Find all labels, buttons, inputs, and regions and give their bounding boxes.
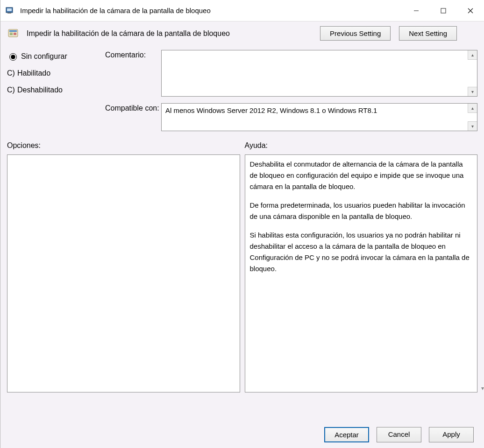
supported-value: Al menos Windows Server 2012 R2, Windows… (165, 106, 377, 114)
svg-rect-2 (7, 13, 11, 14)
svg-rect-8 (9, 30, 17, 32)
radio-disabled[interactable]: C) Deshabilitado (7, 86, 91, 94)
ok-button[interactable]: Aceptar (324, 427, 369, 442)
lower-panels: Opciones: Ayuda: Deshabilita el conmutad… (0, 131, 484, 392)
help-paragraph-3: Si habilitas esta configuración, los usu… (250, 230, 473, 274)
comment-textbox[interactable]: ▴ ▾ (161, 50, 477, 97)
close-button[interactable] (457, 0, 484, 21)
apply-button[interactable]: Apply (429, 427, 474, 442)
help-paragraph-2: De forma predeterminada, los usuarios pu… (250, 200, 473, 222)
radio-disabled-label: Deshabilitado (17, 86, 63, 94)
titlebar: Impedir la habilitación de la cámara de … (0, 0, 484, 21)
app-icon (4, 5, 15, 16)
state-radio-group: Sin configurar C) Habilitado C) Deshabil… (7, 50, 91, 131)
help-paragraph-1: Deshabilita el conmutador de alternancia… (250, 159, 473, 192)
cancel-button[interactable]: Cancel (377, 427, 421, 442)
supported-label: Compatible con: (105, 103, 161, 112)
dialog-window: Impedir la habilitación de la cámara de … (0, 0, 484, 448)
supported-textbox: Al menos Windows Server 2012 R2, Windows… (161, 103, 477, 131)
window-title: Impedir la habilitación de la cámara de … (20, 7, 211, 14)
svg-rect-11 (14, 33, 16, 35)
radio-enabled-label: Habilitado (17, 69, 50, 77)
policy-header: Impedir la habilitación de la cámara de … (0, 21, 484, 41)
main-content: Sin configurar C) Habilitado C) Deshabil… (0, 41, 484, 131)
minimize-button[interactable] (403, 0, 430, 21)
policy-icon (7, 27, 20, 40)
svg-rect-4 (441, 8, 446, 13)
options-panel (7, 154, 240, 392)
radio-not-configured-label: Sin configurar (21, 52, 67, 61)
radio-not-configured[interactable]: Sin configurar (7, 52, 91, 61)
radio-enabled[interactable]: C) Habilitado (7, 69, 91, 77)
policy-title: Impedir la habilitación de la cámara de … (27, 29, 230, 38)
help-panel: Deshabilita el conmutador de alternancia… (245, 154, 478, 392)
scroll-down-icon[interactable]: ▾ (468, 121, 477, 131)
dialog-footer: Aceptar Cancel Apply (324, 427, 474, 442)
previous-setting-button[interactable]: Previous Setting (320, 26, 391, 41)
svg-rect-9 (10, 33, 13, 34)
window-controls (403, 0, 484, 21)
scroll-up-icon[interactable]: ▴ (468, 104, 477, 113)
help-label: Ayuda: (245, 141, 478, 150)
scroll-up-icon[interactable]: ▴ (468, 50, 477, 60)
svg-rect-10 (10, 34, 13, 35)
maximize-button[interactable] (430, 0, 457, 21)
options-label: Opciones: (7, 141, 240, 150)
next-setting-button[interactable]: Next Setting (399, 26, 457, 41)
comment-label: Comentario: (105, 50, 161, 59)
svg-rect-1 (7, 8, 12, 11)
scroll-down-icon[interactable]: ▾ (468, 87, 477, 96)
scroll-down-icon[interactable]: ▾ (478, 384, 484, 392)
radio-not-configured-input[interactable] (9, 53, 17, 61)
